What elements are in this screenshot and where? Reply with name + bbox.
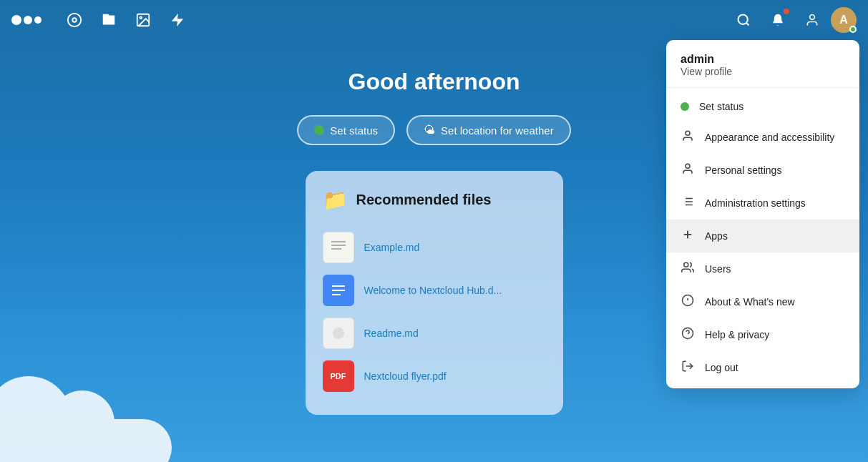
svg-point-0 xyxy=(68,14,81,26)
pdf-icon-text: PDF xyxy=(331,372,346,380)
dropdown-item-label: Apps xyxy=(705,230,728,242)
dropdown-item-label: Appearance and accessibility xyxy=(705,132,834,143)
user-dropdown-menu: admin View profile Set status Appearance… xyxy=(666,40,859,388)
svg-point-3 xyxy=(140,16,142,19)
logout-icon xyxy=(681,360,695,375)
view-profile-link[interactable]: View profile xyxy=(681,66,845,77)
dropdown-header: admin View profile xyxy=(666,40,859,88)
file-item[interactable]: PDF Nextcloud flyer.pdf xyxy=(323,355,546,398)
file-thumbnail xyxy=(323,275,354,306)
file-name: Welcome to Nextcloud Hub.d... xyxy=(364,285,502,296)
greeting-text: Good afternoon xyxy=(348,69,520,95)
admin-settings-icon xyxy=(681,195,695,211)
avatar-initial: A xyxy=(839,14,848,26)
status-dot-icon xyxy=(314,125,324,135)
nav-dashboard-button[interactable] xyxy=(59,4,90,36)
dropdown-item-logout[interactable]: Log out xyxy=(666,351,859,384)
file-name: Example.md xyxy=(364,242,420,253)
dropdown-item-label: Help & privacy xyxy=(705,329,769,340)
nav-right-controls: A xyxy=(728,4,857,36)
svg-point-4 xyxy=(738,15,748,24)
dropdown-item-help[interactable]: Help & privacy xyxy=(666,318,859,351)
appearance-icon xyxy=(681,129,695,145)
file-name: Nextcloud flyer.pdf xyxy=(364,370,447,382)
search-button[interactable] xyxy=(728,4,759,36)
dropdown-username: admin xyxy=(681,53,845,66)
file-thumbnail: PDF xyxy=(323,360,354,392)
dropdown-item-label: Set status xyxy=(699,101,743,112)
file-item[interactable]: Welcome to Nextcloud Hub.d... xyxy=(323,269,546,312)
svg-point-16 xyxy=(686,131,690,135)
files-card-title: Recommended files xyxy=(356,192,492,208)
svg-point-17 xyxy=(686,164,690,168)
notifications-button[interactable] xyxy=(762,4,794,36)
dropdown-item-about[interactable]: About & What's new xyxy=(666,285,859,318)
files-card-header: 📁 Recommended files xyxy=(323,188,546,212)
nav-photos-button[interactable] xyxy=(127,4,159,36)
contacts-button[interactable] xyxy=(796,4,828,36)
dropdown-item-personal-settings[interactable]: Personal settings xyxy=(666,154,859,187)
svg-point-15 xyxy=(333,328,344,339)
users-icon xyxy=(681,261,695,277)
logo-dot-2 xyxy=(24,16,32,24)
nav-files-button[interactable] xyxy=(93,4,125,36)
dropdown-item-label: Administration settings xyxy=(705,197,806,209)
file-thumbnail xyxy=(323,232,354,263)
file-thumbnail xyxy=(323,318,354,349)
nav-app-icons xyxy=(59,4,193,36)
set-weather-label: Set location for weather xyxy=(441,124,554,137)
nav-activity-button[interactable] xyxy=(162,4,193,36)
set-status-label: Set status xyxy=(330,124,378,137)
svg-point-26 xyxy=(684,262,688,267)
dropdown-item-label: Users xyxy=(705,263,731,275)
about-icon xyxy=(681,294,695,310)
top-navigation: A xyxy=(0,0,868,40)
user-avatar-button[interactable]: A xyxy=(831,7,857,33)
logo-dot-1 xyxy=(11,15,21,25)
dropdown-item-admin-settings[interactable]: Administration settings xyxy=(666,187,859,220)
file-name: Readme.md xyxy=(364,328,419,339)
weather-icon: 🌤 xyxy=(424,124,435,137)
avatar-online-indicator xyxy=(849,26,857,33)
app-logo[interactable] xyxy=(11,15,42,25)
file-item[interactable]: Example.md xyxy=(323,226,546,269)
dropdown-item-label: About & What's new xyxy=(705,296,795,308)
dropdown-item-set-status[interactable]: Set status xyxy=(666,92,859,121)
svg-rect-6 xyxy=(328,235,348,260)
set-status-button[interactable]: Set status xyxy=(297,115,395,145)
svg-point-5 xyxy=(810,15,815,20)
dropdown-item-users[interactable]: Users xyxy=(666,252,859,285)
apps-icon xyxy=(681,228,695,244)
svg-point-1 xyxy=(72,18,77,22)
folder-icon: 📁 xyxy=(323,188,348,212)
recommended-files-card: 📁 Recommended files Example.md xyxy=(306,171,563,415)
file-item[interactable]: Readme.md xyxy=(323,312,546,355)
doc-icon xyxy=(329,279,348,302)
logo-dot-3 xyxy=(34,16,42,24)
dropdown-item-appearance[interactable]: Appearance and accessibility xyxy=(666,121,859,154)
dropdown-items-list: Set status Appearance and accessibility … xyxy=(666,88,859,388)
help-icon xyxy=(681,327,695,343)
dropdown-item-label: Log out xyxy=(705,362,738,373)
set-weather-button[interactable]: 🌤 Set location for weather xyxy=(406,115,571,145)
dropdown-item-label: Personal settings xyxy=(705,164,781,176)
personal-settings-icon xyxy=(681,162,695,178)
action-buttons-group: Set status 🌤 Set location for weather xyxy=(297,115,570,145)
dropdown-item-apps[interactable]: Apps xyxy=(666,220,859,252)
status-online-icon xyxy=(681,102,689,111)
notification-badge xyxy=(784,9,789,14)
